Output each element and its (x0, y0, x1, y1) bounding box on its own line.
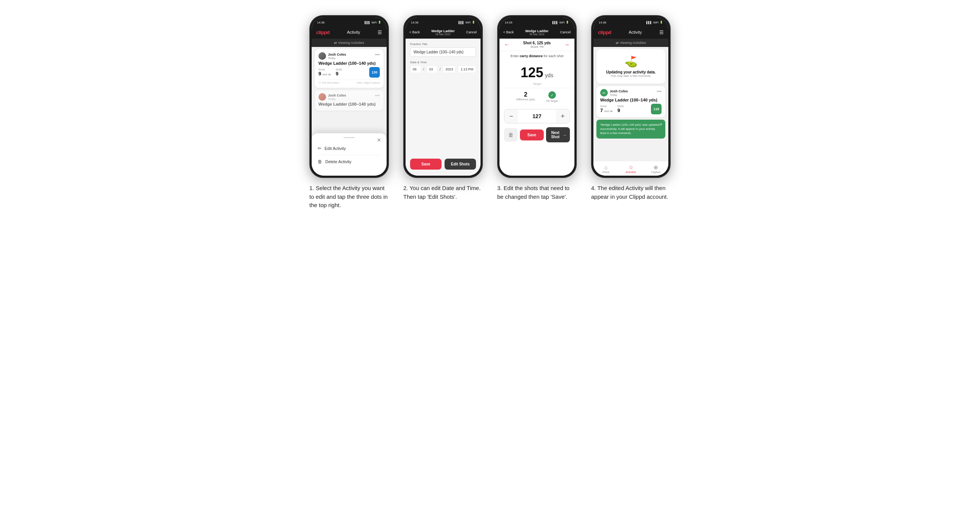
nav-capture-4[interactable]: ⊕ Capture (643, 163, 668, 175)
viewing-bar-4: ⇄ Viewing Activities (593, 39, 668, 47)
user-name-4: Josh Coles (610, 89, 628, 93)
score-label-4: Score (600, 105, 613, 108)
success-toast-4: ✕ 'Wedge Ladder (100–140 yds)' was updat… (597, 120, 665, 138)
distance-unit-3: yds (545, 72, 553, 78)
month-field-2[interactable]: 03 (426, 65, 438, 73)
avatar-img-1 (318, 52, 326, 60)
user-details-1: Josh Coles Today (328, 52, 346, 60)
next-arrow-icon-3: → (563, 133, 566, 137)
user-name-2: Josh Coles (328, 94, 346, 97)
activity-card-1: Josh Coles Today ••• Wedge Ladder (100–1… (315, 49, 383, 88)
caption-1: 1. Select the Activity you want to edit … (309, 184, 389, 210)
stat-score-1: Score 9 OUT OF (318, 68, 331, 76)
phone-4-screen: 14:38 ▌▌▌ WiFi 🔋 clippd Activity ☰ ⇄ Vie… (593, 17, 668, 176)
edit-shots-btn-2[interactable]: Edit Shots (445, 159, 476, 170)
user-date-4: Today (610, 93, 628, 97)
carry-strong-3: carry distance (520, 54, 542, 58)
edit-header-center-2: Wedge Ladder 06 Mar 2023 (431, 29, 455, 36)
back-btn-2[interactable]: < Back (409, 30, 420, 34)
stat-shots-1: Shots 9 (336, 68, 342, 76)
dots-menu-1[interactable]: ••• (375, 52, 380, 57)
cancel-btn-3[interactable]: Cancel (560, 30, 571, 34)
edit-header-date-3: 06 Mar 2023 (525, 33, 549, 36)
user-details-4: Josh Coles Today (610, 89, 628, 97)
phone-2-screen: 14:38 ▌▌▌ WiFi 🔋 < Back Wedge Ladder 06 … (406, 17, 480, 176)
day-field-2[interactable]: 06 (410, 65, 421, 73)
user-date-1: Today (328, 56, 346, 60)
hit-target-icon-3: ✓ (548, 91, 556, 99)
hamburger-icon-1[interactable]: ☰ (377, 30, 382, 35)
edit-header-center-3: Wedge Ladder 06 Mar 2023 (525, 29, 549, 36)
delete-activity-item[interactable]: 🗑 Delete Activity (318, 155, 380, 168)
delete-icon: 🗑 (318, 159, 322, 164)
decrement-btn-3[interactable]: − (504, 110, 518, 123)
back-btn-3[interactable]: < Back (503, 30, 514, 34)
golf-icon-4: ⛳ (603, 55, 659, 68)
sheet-close-btn[interactable]: ✕ (377, 137, 381, 143)
app-header-4: clippd Activity ☰ (593, 26, 668, 39)
save-shot-btn-3[interactable]: Save (520, 130, 544, 140)
nav-home-4[interactable]: ⌂ Home (593, 163, 618, 175)
screen-content-4: ⛳ Updating your activity data. This may … (593, 47, 668, 176)
shots-label-1: Shots (336, 68, 342, 71)
phone-3-frame: 14:39 ▌▌▌ WiFi 🔋 < Back Wedge Ladder 06 … (497, 15, 577, 178)
bottom-nav-4: ⌂ Home ☆ Activities ⊕ Capture (593, 161, 668, 176)
time-field-2[interactable]: 1:13 PM (458, 65, 476, 73)
year-field-2[interactable]: 2023 (443, 65, 455, 73)
practice-title-label-2: Practice Title (410, 43, 476, 46)
next-arrow-3[interactable]: → (564, 41, 570, 48)
dots-menu-4[interactable]: ••• (657, 89, 662, 94)
card-footer-1: ⓘ Test Information Data: Clippd Capture (318, 79, 380, 85)
edit-header-title-3: Wedge Ladder (525, 29, 549, 33)
sheet-handle (344, 137, 355, 138)
edit-header-date-2: 06 Mar 2023 (431, 33, 455, 36)
user-details-2: Josh Coles Today (328, 94, 346, 101)
user-info-4: JC Josh Coles Today (600, 89, 628, 97)
phones-row: 14:38 ▌▌▌ WiFi 🔋 clippd Activity ☰ ⇄ Vie… (307, 15, 673, 210)
dots-menu-2[interactable]: ••• (375, 93, 380, 98)
app-title-1: Activity (347, 30, 360, 35)
app-logo-4: clippd (598, 30, 611, 35)
increment-btn-3[interactable]: + (556, 110, 570, 123)
phone-1-notch (334, 16, 364, 24)
home-icon-4: ⌂ (593, 164, 618, 170)
avatar-4: JC (600, 89, 608, 97)
status-time-2: 14:38 (411, 21, 418, 24)
shot-info-3: Shot 6, 125 yds Score 7/9 (523, 41, 551, 48)
stat-shots-4: Shots 9 (617, 105, 624, 113)
next-shot-btn-3[interactable]: Next Shot → (546, 127, 570, 142)
screen-content-2: Practice Title Wedge Ladder (100–140 yds… (406, 39, 480, 176)
score-value-4: 7 OUT OF (600, 108, 613, 113)
phone-1-screen: 14:38 ▌▌▌ WiFi 🔋 clippd Activity ☰ ⇄ Vie… (312, 17, 387, 176)
activity-title-2: Wedge Ladder (100–140 yds) (318, 102, 380, 106)
shot-nav-3: ← Shot 6, 125 yds Score 7/9 → (500, 39, 574, 51)
save-btn-2[interactable]: Save (410, 159, 442, 170)
target-label-3: Target (500, 82, 574, 88)
delete-activity-label: Delete Activity (325, 159, 352, 164)
practice-title-input-2[interactable]: Wedge Ladder (100–140 yds) (410, 47, 476, 57)
caption-4: 4. The edited Activity will then appear … (591, 184, 671, 201)
status-icons-1: ▌▌▌ WiFi 🔋 (365, 21, 381, 24)
toast-close-btn-4[interactable]: ✕ (659, 122, 662, 127)
phone-3-screen: 14:39 ▌▌▌ WiFi 🔋 < Back Wedge Ladder 06 … (500, 17, 574, 176)
nav-activities-4[interactable]: ☆ Activities (618, 163, 643, 175)
updating-title-4: Updating your activity data. (603, 70, 659, 74)
shot-quality-badge-4: 118 (651, 104, 662, 114)
score-value-1: 9 OUT OF (318, 71, 331, 76)
edit-activity-item[interactable]: ✏ Edit Activity (318, 142, 380, 155)
trash-btn-3[interactable]: 🗑 (504, 128, 518, 141)
difference-label-3: Difference (yds) (516, 98, 535, 101)
toast-message-4: 'Wedge Ladder (100–140 yds)' was updated… (600, 123, 659, 135)
num-input-3[interactable]: 127 (520, 111, 554, 122)
screen-content-3: Enter carry distance for each shot 125 y… (500, 51, 574, 176)
edit-icon: ✏ (318, 146, 321, 151)
phone-4-notch (616, 16, 646, 24)
hamburger-icon-4[interactable]: ☰ (659, 30, 664, 35)
shot-quality-badge-1: 130 (369, 67, 380, 78)
app-header-1: clippd Activity ☰ (312, 26, 387, 39)
viewing-bar-1: ⇄ Viewing Activities (312, 39, 387, 47)
updating-subtitle-4: This may take a few moments. (603, 74, 659, 78)
phone-2-notch (428, 16, 458, 24)
prev-arrow-3[interactable]: ← (504, 41, 510, 48)
cancel-btn-2[interactable]: Cancel (466, 30, 477, 34)
